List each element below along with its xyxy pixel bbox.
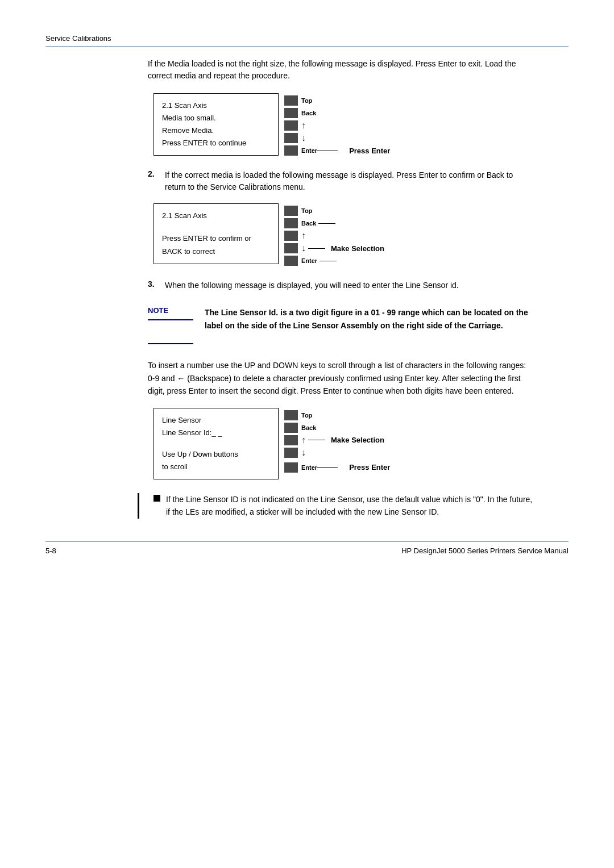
btn2-enter-label: Enter bbox=[301, 257, 317, 264]
btn-up-block bbox=[284, 120, 298, 131]
display-panel-1: 2.1 Scan Axis Media too small. Remove Me… bbox=[154, 93, 279, 156]
make-selection-label-2: Make Selection bbox=[331, 244, 384, 253]
make-selection-label-3: Make Selection bbox=[331, 436, 384, 444]
note-text: The Line Sensor Id. is a two digit figur… bbox=[205, 306, 534, 344]
step3-text: When the following message is displayed,… bbox=[165, 279, 534, 291]
btn2-down-arrow: ↓ bbox=[301, 243, 306, 253]
button-panel-1: Top Back ↑ ↓ Enter Pres bbox=[284, 93, 390, 156]
btn3-top-block bbox=[284, 410, 298, 420]
display-panel-container-1: 2.1 Scan Axis Media too small. Remove Me… bbox=[154, 93, 534, 156]
btn-up-arrow: ↑ bbox=[301, 120, 306, 131]
display3-spacer bbox=[162, 439, 270, 448]
btn2-down-block bbox=[284, 243, 298, 253]
btn-up-row-1: ↑ bbox=[284, 120, 306, 131]
footer: 5-8 HP DesignJet 5000 Series Printers Se… bbox=[45, 546, 569, 555]
header-rule bbox=[45, 46, 569, 47]
enter-connector-2 bbox=[320, 261, 337, 261]
footer-title: HP DesignJet 5000 Series Printers Servic… bbox=[401, 546, 569, 555]
side-accent bbox=[138, 493, 139, 519]
button-panel-3: Top Back ↑ Make Selection ↓ bbox=[284, 408, 390, 473]
btn2-top-block bbox=[284, 206, 298, 216]
press-enter-label-3: Press Enter bbox=[349, 463, 390, 471]
display3-line5: to scroll bbox=[162, 461, 270, 473]
btn-back-row-1: Back bbox=[284, 108, 316, 118]
btn3-enter-block bbox=[284, 462, 298, 473]
btn3-down-block bbox=[284, 448, 298, 458]
btn-down-row-1: ↓ bbox=[284, 133, 306, 143]
display1-line4: Press ENTER to continue bbox=[162, 137, 270, 149]
btn3-enter-label: Enter bbox=[301, 464, 317, 471]
down-connector bbox=[308, 248, 325, 249]
step2-item: 2. If the correct media is loaded the fo… bbox=[148, 169, 534, 193]
display3-line2: Line Sensor Id:_ _ bbox=[162, 427, 270, 439]
btn-up-make-row-3: ↑ Make Selection bbox=[284, 435, 384, 445]
btn-down-row-3: ↓ bbox=[284, 448, 306, 458]
display2-line3: Press ENTER to confirm or bbox=[162, 232, 270, 245]
btn-top-block bbox=[284, 95, 298, 106]
page-header: Service Calibrations bbox=[45, 34, 569, 43]
display3-line1: Line Sensor bbox=[162, 414, 270, 427]
bullet1-text: If the Line Sensor ID is not indicated o… bbox=[166, 493, 534, 519]
display1-line3: Remove Media. bbox=[162, 124, 270, 137]
btn-down-row-2: ↓ bbox=[284, 243, 306, 253]
step3-number: 3. bbox=[148, 279, 163, 289]
note-label: NOTE bbox=[148, 306, 205, 315]
btn-enter-row-2: Enter bbox=[284, 256, 337, 266]
bullet-square bbox=[154, 495, 160, 502]
btn-back-row-3: Back bbox=[284, 423, 316, 433]
btn3-down-arrow: ↓ bbox=[301, 448, 306, 458]
content-area: If the Media loaded is not the right siz… bbox=[148, 58, 534, 519]
button-panel-2: Top Back ↑ ↓ Make Selecti bbox=[284, 203, 384, 266]
btn2-up-block bbox=[284, 231, 298, 241]
note-label-area: NOTE bbox=[148, 306, 205, 344]
display-panel-container-3: Line Sensor Line Sensor Id:_ _ Use Up / … bbox=[154, 408, 534, 479]
display1-line1: 2.1 Scan Axis bbox=[162, 99, 270, 112]
btn-enter-block bbox=[284, 145, 298, 156]
btn-back-row-2: Back bbox=[284, 218, 335, 228]
btn-up-row-2: ↑ bbox=[284, 231, 306, 241]
btn-enter-row-3: Enter Press Enter bbox=[284, 462, 390, 473]
header-title: Service Calibrations bbox=[45, 34, 111, 43]
display-panel-3: Line Sensor Line Sensor Id:_ _ Use Up / … bbox=[154, 408, 279, 479]
display-panel-container-2: 2.1 Scan Axis Press ENTER to confirm or … bbox=[154, 203, 534, 266]
bullet-section: If the Line Sensor ID is not indicated o… bbox=[154, 493, 534, 519]
up-connector-3 bbox=[308, 440, 325, 440]
enter-line-3 bbox=[317, 467, 338, 468]
footer-page: 5-8 bbox=[45, 546, 56, 555]
btn2-top-label: Top bbox=[301, 207, 312, 214]
display2-line1: 2.1 Scan Axis bbox=[162, 210, 270, 222]
btn3-top-label: Top bbox=[301, 412, 312, 419]
btn-back-label: Back bbox=[301, 110, 316, 116]
btn-back-block bbox=[284, 108, 298, 118]
display2-line4: BACK to correct bbox=[162, 245, 270, 258]
btn-down-block bbox=[284, 133, 298, 143]
btn3-up-arrow: ↑ bbox=[301, 435, 306, 445]
btn3-back-block bbox=[284, 423, 298, 433]
enter-line-1 bbox=[317, 151, 338, 151]
step3-item: 3. When the following message is display… bbox=[148, 279, 534, 291]
back-connector bbox=[318, 223, 335, 224]
note-section: NOTE The Line Sensor Id. is a two digit … bbox=[148, 302, 534, 349]
note-underline bbox=[148, 319, 193, 320]
page: Service Calibrations If the Media loaded… bbox=[0, 0, 614, 600]
step2-text: If the correct media is loaded the follo… bbox=[165, 169, 534, 193]
display-panel-2: 2.1 Scan Axis Press ENTER to confirm or … bbox=[154, 203, 279, 264]
btn2-back-label: Back bbox=[301, 220, 316, 227]
btn-down-make-row: ↓ Make Selection bbox=[284, 243, 384, 253]
btn-up-row-3: ↑ bbox=[284, 435, 306, 445]
display1-line2: Media too small. bbox=[162, 112, 270, 124]
btn2-enter-block bbox=[284, 256, 298, 266]
btn-top-row-2: Top bbox=[284, 206, 312, 216]
btn-enter-label: Enter bbox=[301, 147, 317, 154]
btn-top-row-3: Top bbox=[284, 410, 312, 420]
btn2-back-block bbox=[284, 218, 298, 228]
btn3-up-block bbox=[284, 435, 298, 445]
btn-down-arrow: ↓ bbox=[301, 133, 306, 143]
btn-top-label: Top bbox=[301, 97, 312, 104]
btn-top-row-1: Top bbox=[284, 95, 312, 106]
paragraph3-text: To insert a number use the UP and DOWN k… bbox=[148, 359, 534, 397]
intro-paragraph: If the Media loaded is not the right siz… bbox=[148, 58, 534, 82]
btn2-up-arrow: ↑ bbox=[301, 231, 306, 241]
display2-spacer bbox=[162, 222, 270, 232]
btn3-back-label: Back bbox=[301, 424, 316, 431]
